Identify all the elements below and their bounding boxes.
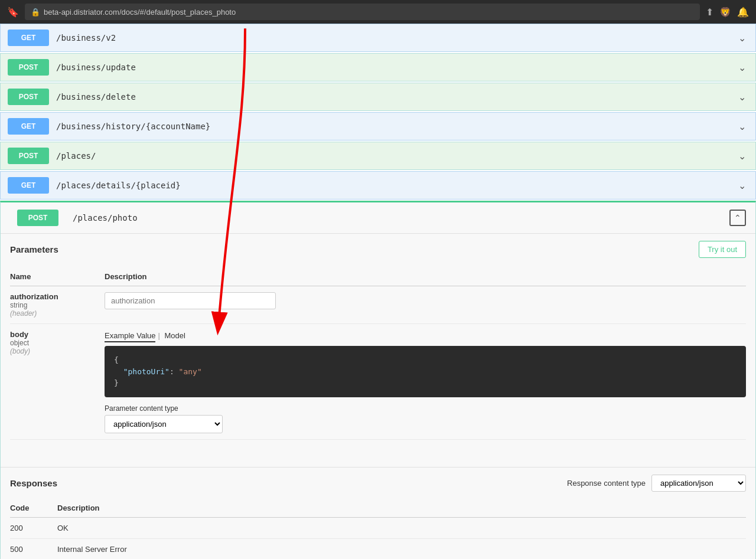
method-badge-post-expanded: POST [17, 210, 58, 226]
share-icon[interactable]: ⬆ [706, 6, 713, 18]
try-it-out-button[interactable]: Try it out [699, 241, 746, 258]
endpoint-row-post-places[interactable]: POST /places/ ⌄ [0, 142, 756, 170]
method-badge-get: GET [8, 30, 49, 46]
panel-header: POST /places/photo ⌃ [1, 202, 755, 234]
param-name-authorization: authorization [10, 292, 105, 301]
param-type-authorization: string [10, 301, 105, 309]
method-badge-get: GET [8, 177, 49, 194]
col-description: Description [105, 267, 746, 286]
browser-chrome: 🔖 🔒 beta-api.distriator.com/docs/#/defau… [0, 0, 756, 24]
method-badge-post: POST [8, 59, 49, 76]
expanded-endpoint-path: /places/photo [73, 213, 138, 223]
params-table: Name Description authorization string (h… [10, 267, 746, 440]
response-description: Internal Server Error [57, 538, 746, 559]
collapse-button[interactable]: ⌃ [729, 210, 746, 226]
response-content-type: Response content type application/json [567, 475, 746, 492]
responses-col-description: Description [57, 499, 746, 518]
endpoint-path: /business/update [56, 63, 738, 72]
chevron-down-icon: ⌄ [738, 62, 746, 73]
notification-icon[interactable]: 🔔 [737, 6, 749, 18]
param-row-authorization: authorization string (header) [10, 286, 746, 324]
method-badge-get: GET [8, 118, 49, 135]
parameters-section: Parameters Try it out Name Description [1, 234, 755, 467]
endpoint-row-get-business-history[interactable]: GET /business/history/{accountName} ⌄ [0, 112, 756, 140]
example-value-tab[interactable]: Example Value [105, 330, 155, 342]
param-row-body: body object (body) Example Value Model [10, 324, 746, 440]
param-content-type-label: Parameter content type [105, 404, 746, 413]
responses-col-code: Code [10, 499, 57, 518]
endpoint-row-get-places-details[interactable]: GET /places/details/{placeid} ⌄ [0, 171, 756, 200]
param-content-type-select[interactable]: application/json [105, 415, 223, 433]
endpoint-row-get-business-v2[interactable]: GET /business/v2 ⌄ [0, 24, 756, 52]
method-badge-post: POST [8, 89, 49, 105]
code-block-body: { "photoUri": "any" } [105, 346, 746, 397]
chevron-down-icon: ⌄ [738, 151, 746, 162]
endpoint-path: /places/details/{placeid} [56, 181, 738, 190]
response-description: OK [57, 517, 746, 538]
chevron-down-icon: ⌄ [738, 91, 746, 103]
response-content-type-label: Response content type [567, 479, 646, 488]
model-tab[interactable]: Model [155, 330, 185, 342]
param-name-body: body [10, 330, 105, 339]
response-row: 500Internal Server Error [10, 538, 746, 559]
chevron-down-icon: ⌄ [738, 121, 746, 132]
response-code: 200 [10, 517, 57, 538]
url-text: beta-api.distriator.com/docs/#/default/p… [44, 8, 236, 17]
brave-icon[interactable]: 🦁 [719, 6, 731, 18]
url-bar[interactable]: 🔒 beta-api.distriator.com/docs/#/default… [25, 4, 700, 20]
response-content-type-select[interactable]: application/json [651, 475, 746, 492]
param-type-body: object [10, 339, 105, 347]
param-location-authorization: (header) [10, 309, 105, 318]
endpoint-row-post-business-delete[interactable]: POST /business/delete ⌄ [0, 83, 756, 111]
responses-section: Responses Response content type applicat… [1, 467, 755, 560]
endpoint-path: /business/delete [56, 92, 738, 102]
endpoint-path: /business/v2 [56, 33, 738, 43]
response-code: 500 [10, 538, 57, 559]
responses-header: Responses Response content type applicat… [10, 475, 746, 492]
method-badge-post: POST [8, 148, 49, 164]
response-row: 200OK [10, 517, 746, 538]
secure-icon: 🔒 [31, 8, 40, 17]
chevron-down-icon: ⌄ [738, 180, 746, 191]
page-content: GET /business/v2 ⌄ POST /business/update… [0, 24, 756, 559]
param-location-body: (body) [10, 347, 105, 355]
endpoint-row-post-business-update[interactable]: POST /business/update ⌄ [0, 53, 756, 81]
col-name: Name [10, 267, 105, 286]
parameters-title: Parameters [10, 244, 58, 254]
responses-table: Code Description 200OK500Internal Server… [10, 499, 746, 560]
endpoint-info: POST /places/photo [10, 210, 138, 226]
authorization-input[interactable] [105, 292, 276, 309]
endpoint-path: /places/ [56, 151, 738, 161]
responses-title: Responses [10, 478, 57, 488]
example-value-tabs: Example Value Model [105, 330, 746, 342]
chevron-down-icon: ⌄ [738, 32, 746, 44]
bookmark-icon[interactable]: 🔖 [7, 6, 19, 18]
expanded-panel-post-places-photo: POST /places/photo ⌃ Parameters Try it o… [0, 201, 756, 559]
endpoint-path: /business/history/{accountName} [56, 122, 738, 131]
